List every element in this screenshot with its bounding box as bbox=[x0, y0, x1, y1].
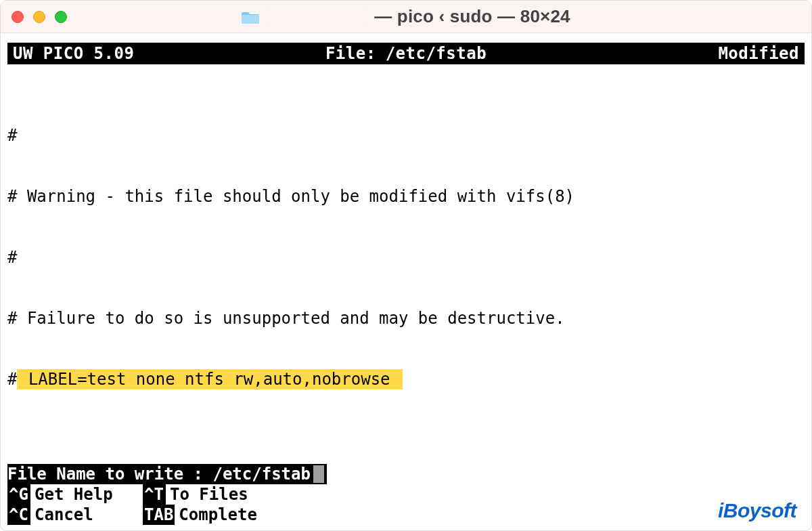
pico-file-label: File: bbox=[325, 44, 376, 63]
folder-icon bbox=[242, 9, 259, 24]
filename-prompt[interactable]: File Name to write : /etc/fstab bbox=[7, 464, 327, 484]
editor-content[interactable]: # # Warning - this file should only be m… bbox=[1, 64, 811, 464]
watermark-logo: iBoysoft bbox=[718, 499, 796, 522]
shortcut-label: Get Help bbox=[35, 484, 113, 505]
minimize-window-button[interactable] bbox=[33, 11, 45, 23]
editor-line-prefix: # bbox=[7, 369, 17, 389]
traffic-lights bbox=[12, 11, 67, 23]
shortcut-key[interactable]: ^T bbox=[143, 484, 166, 505]
editor-line: # bbox=[7, 247, 17, 268]
shortcut-bar: ^G Get Help ^T To Files ^C Cancel TAB Co… bbox=[1, 484, 811, 530]
shortcut-label: Complete bbox=[179, 505, 257, 525]
redacted-path bbox=[266, 7, 367, 26]
terminal-window: — pico ‹ sudo — 80×24 UW PICO 5.09 File:… bbox=[0, 0, 812, 531]
editor-line: # Failure to do so is unsupported and ma… bbox=[7, 308, 565, 328]
window-titlebar: — pico ‹ sudo — 80×24 bbox=[1, 1, 811, 33]
window-title-text: — pico ‹ sudo — 80×24 bbox=[374, 6, 570, 27]
close-window-button[interactable] bbox=[12, 11, 24, 23]
window-title: — pico ‹ sudo — 80×24 bbox=[1, 6, 811, 27]
text-cursor bbox=[313, 465, 324, 483]
prompt-label: File Name to write : bbox=[7, 465, 203, 484]
shortcut-label: To Files bbox=[170, 484, 248, 505]
shortcut-key[interactable]: ^G bbox=[7, 484, 30, 505]
shortcut-key[interactable]: ^C bbox=[7, 505, 30, 525]
shortcut-key[interactable]: TAB bbox=[143, 505, 175, 525]
editor-line: # bbox=[7, 125, 17, 146]
editor-line: # Warning - this file should only be mod… bbox=[7, 186, 574, 207]
highlighted-text: LABEL=test none ntfs rw,auto,nobrowse bbox=[17, 369, 403, 389]
prompt-value: /etc/fstab bbox=[212, 465, 311, 484]
pico-status-bar: UW PICO 5.09 File: /etc/fstab Modified bbox=[7, 43, 805, 64]
shortcut-label: Cancel bbox=[35, 505, 93, 525]
zoom-window-button[interactable] bbox=[55, 11, 67, 23]
pico-file-path: /etc/fstab bbox=[386, 44, 487, 63]
